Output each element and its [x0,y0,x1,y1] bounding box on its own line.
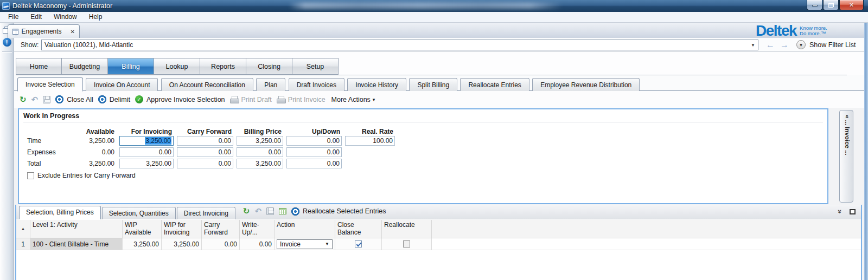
subtab-invoice-selection[interactable]: Invoice Selection [17,77,83,92]
tab-home[interactable]: Home [16,58,62,75]
col-carry-forward[interactable]: Carry Forward [202,220,240,238]
undo-icon[interactable]: ↶ [31,95,39,105]
brand-name: Deltek [756,24,796,38]
tab-reports[interactable]: Reports [200,58,246,75]
subtab-plan[interactable]: Plan [256,78,285,92]
close-all-icon [55,95,63,103]
background-window-title-blurred [289,2,563,9]
approve-invoice-selection-button[interactable]: ✓ Approve Invoice Selection [135,95,225,103]
wip-time-real-rate-input[interactable]: 100.00 [345,136,395,146]
table-view-icon[interactable] [279,208,286,214]
wip-time-up-down-input[interactable]: 0.00 [286,136,342,146]
exclude-entries-checkbox-row: Exclude Entries for Carry Forward [27,172,136,179]
tab-close-icon[interactable]: ✕ [71,29,75,35]
wip-row-expenses: Expenses 0.00 0.00 0.00 0.00 0.00 [27,147,395,157]
subtab-employee-revenue-distribution[interactable]: Employee Revenue Distribution [532,78,640,92]
cell-wip-for-invoicing[interactable]: 3,250.00 [162,238,202,250]
col-wip-available[interactable]: WIP Available [123,220,162,238]
print-invoice-label: Print Invoice [288,96,326,103]
bottom-toolbar: ↻ ↶ Reallocate Selected Entries [243,205,386,219]
show-filter-list-label[interactable]: Show Filter List [809,41,856,49]
invoice-collapsed-panel[interactable]: « ... Invoice ... [839,110,853,203]
dropdown-caret-icon[interactable]: ▼ [751,43,755,48]
app-window: Deltek Maconomy - Administrator ✕ File E… [0,0,868,280]
menu-help[interactable]: Help [83,12,108,22]
wip-expenses-billing-price-input[interactable]: 0.00 [237,147,283,157]
show-bar: Show: Valuation (10021), Mid-Atlantic ▼ … [14,38,868,52]
sort-ascending-icon[interactable]: ▲ [16,220,30,238]
subtab-split-billing[interactable]: Split Billing [409,78,457,92]
print-draft-button[interactable]: Print Draft [230,96,272,103]
maximize-panel-icon[interactable] [850,209,856,214]
collapse-panel-icon[interactable]: » [836,210,844,213]
cell-carry-forward[interactable]: 0.00 [202,238,240,250]
close-all-button[interactable]: Close All [55,95,93,103]
wip-time-for-invoicing-input[interactable]: 3,250.00 [119,136,174,146]
wip-expenses-up-down-input[interactable]: 0.00 [286,147,342,157]
save-icon[interactable] [43,96,50,103]
wip-title: Work In Progress [23,112,79,120]
reallocate-checkbox[interactable] [403,240,410,248]
col-reallocate[interactable]: Reallocate [382,220,432,238]
print-invoice-button[interactable]: Print Invoice [277,96,326,103]
save-icon[interactable] [266,207,274,215]
notification-alert-icon[interactable] [3,38,11,47]
tab-lookup[interactable]: Lookup [154,58,200,75]
col-write-up[interactable]: Write-Up/... [240,220,275,238]
wip-col-real-rate: Real. Rate [342,128,395,135]
wip-total-carry-forward: 0.00 [177,159,233,168]
cell-write-up[interactable]: 0.00 [240,238,275,250]
window-controls: ✕ [807,0,864,10]
subtab-invoice-on-account[interactable]: Invoice On Account [86,78,158,92]
tab-setup[interactable]: Setup [292,58,339,75]
wip-expenses-for-invoicing-input[interactable]: 0.00 [119,147,174,157]
action-dropdown[interactable]: Invoice ▼ [277,239,333,249]
subtab-on-account-reconciliation[interactable]: On Account Reconciliation [161,78,253,92]
col-close-balance[interactable]: Close Balance [335,220,382,238]
wip-expenses-carry-forward-input[interactable]: 0.00 [177,147,233,157]
delimit-button[interactable]: Delimit [98,95,130,103]
activity-table: ▲ Level 1: Activity WIP Available WIP fo… [16,220,861,250]
subtab-invoice-history[interactable]: Invoice History [347,78,406,92]
subtab-reallocate-entries[interactable]: Reallocate Entries [460,78,529,92]
cell-activity[interactable]: 100 - Client Billable - Time [30,238,123,250]
refresh-icon[interactable]: ↻ [20,95,27,105]
menu-edit[interactable]: Edit [24,12,48,22]
cell-reallocate [382,238,432,250]
col-wip-for-invoicing[interactable]: WIP for Invoicing [162,220,202,238]
tab-closing[interactable]: Closing [246,58,292,75]
table-row[interactable]: 1 100 - Client Billable - Time 3,250.00 … [16,238,861,250]
tab-direct-invoicing[interactable]: Direct Invoicing [177,207,235,219]
wip-time-billing-price-input[interactable]: 3,250.00 [237,136,283,146]
subtab-draft-invoices[interactable]: Draft Invoices [289,78,344,92]
close-balance-checkbox[interactable] [355,240,362,248]
print-draft-icon [230,97,238,103]
reallocate-selected-entries-button[interactable]: Reallocate Selected Entries [291,207,386,216]
col-level1-activity[interactable]: Level 1: Activity [30,220,123,238]
cell-wip-available[interactable]: 3,250.00 [123,238,162,250]
tab-selection-billing-prices[interactable]: Selection, Billing Prices [19,206,101,219]
wip-time-carry-forward-input[interactable]: 0.00 [177,136,233,146]
close-button[interactable]: ✕ [839,0,864,10]
col-action[interactable]: Action [275,220,335,238]
tab-selection-quantities[interactable]: Selection, Quantities [102,207,176,219]
refresh-icon[interactable]: ↻ [243,206,250,216]
undo-icon[interactable]: ↶ [254,206,261,216]
tab-engagements[interactable]: Engagements ✕ [8,24,80,38]
selection-lines-panel: Selection, Billing Prices Selection, Qua… [15,205,862,280]
exclude-entries-label: Exclude Entries for Carry Forward [37,172,136,179]
restore-button[interactable] [823,0,839,10]
show-filter-dropdown[interactable]: Valuation (10021), Mid-Atlantic ▼ [41,40,758,50]
menu-file[interactable]: File [2,12,24,22]
restore-icon [828,3,834,8]
menu-window[interactable]: Window [48,12,83,22]
show-filter-list-button[interactable]: ▾ [796,40,806,49]
exclude-entries-checkbox[interactable] [27,172,34,179]
tab-budgeting[interactable]: Budgeting [62,58,108,75]
history-back-icon[interactable]: ← [766,40,775,50]
more-actions-button[interactable]: More Actions ▾ [331,96,375,103]
minimize-button[interactable] [807,0,822,10]
tab-billing[interactable]: Billing [108,58,154,75]
work-in-progress-panel: Work In Progress Available For Invoicing… [18,108,828,204]
history-forward-icon[interactable]: → [780,40,789,50]
